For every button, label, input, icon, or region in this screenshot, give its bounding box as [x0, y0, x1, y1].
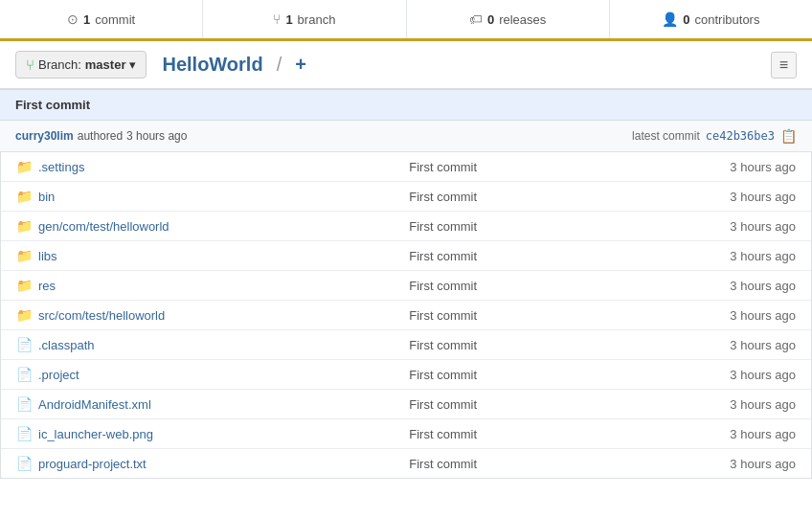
stats-releases[interactable]: 🏷 0 releases [407, 0, 610, 38]
file-cell-time: 3 hours ago [604, 241, 811, 271]
branch-selector[interactable]: ⑂ Branch: master ▾ [15, 51, 147, 79]
file-cell-time: 3 hours ago [604, 152, 811, 182]
file-link[interactable]: .settings [38, 160, 84, 174]
file-cell-message: First commit [394, 330, 604, 360]
folder-icon: 📁 [16, 278, 33, 293]
folder-icon: 📁 [16, 189, 33, 204]
file-cell-time: 3 hours ago [604, 449, 811, 479]
file-cell-message: First commit [394, 390, 604, 419]
file-cell-time: 3 hours ago [604, 271, 811, 301]
folder-icon: 📁 [16, 248, 33, 263]
file-cell-message: First commit [394, 301, 604, 330]
releases-label: releases [499, 12, 546, 27]
file-cell-message: First commit [394, 419, 604, 449]
copy-icon[interactable]: 📋 [780, 128, 797, 144]
stats-commits[interactable]: ⊙ 1 commit [0, 0, 203, 38]
file-link[interactable]: libs [38, 249, 57, 263]
file-cell-name: 📄 ic_launcher-web.png [1, 419, 394, 449]
file-cell-name: 📁 bin [1, 182, 394, 212]
file-link[interactable]: proguard-project.txt [38, 457, 147, 471]
file-link[interactable]: bin [38, 190, 55, 204]
branch-dropdown-icon: ▾ [129, 57, 136, 72]
grid-view-button[interactable]: ≡ [771, 52, 797, 79]
repo-title[interactable]: HelloWorld [162, 54, 262, 76]
commit-meta-left: curry30lim authored 3 hours ago [15, 129, 187, 143]
file-cell-name: 📁 .settings [1, 152, 394, 182]
table-row: 📄 .project First commit 3 hours ago [1, 360, 811, 390]
commit-hash[interactable]: ce42b36be3 [706, 129, 775, 143]
folder-icon: 📁 [16, 159, 33, 174]
file-table: 📁 .settings First commit 3 hours ago 📁 b… [1, 152, 811, 478]
commit-title: First commit [15, 98, 90, 112]
commits-label: commit [95, 12, 135, 27]
file-cell-name: 📁 src/com/test/helloworld [1, 301, 394, 330]
file-cell-message: First commit [394, 182, 604, 212]
commit-meta-bar: curry30lim authored 3 hours ago latest c… [0, 121, 812, 152]
table-row: 📁 res First commit 3 hours ago [1, 271, 811, 301]
file-link[interactable]: src/com/test/helloworld [38, 308, 165, 323]
file-cell-name: 📁 res [1, 271, 394, 301]
table-row: 📁 gen/com/test/helloworld First commit 3… [1, 212, 811, 241]
file-cell-name: 📁 gen/com/test/helloworld [1, 212, 394, 241]
file-link[interactable]: .project [38, 368, 79, 382]
file-icon: 📄 [16, 426, 33, 441]
table-row: 📄 ic_launcher-web.png First commit 3 hou… [1, 419, 811, 449]
file-link[interactable]: gen/com/test/helloworld [38, 219, 169, 234]
file-cell-time: 3 hours ago [604, 390, 811, 419]
file-cell-message: First commit [394, 241, 604, 271]
folder-icon: 📁 [16, 218, 33, 234]
branch-name: master [85, 57, 126, 72]
releases-count: 0 [487, 12, 494, 27]
table-row: 📁 src/com/test/helloworld First commit 3… [1, 301, 811, 330]
file-cell-name: 📄 .project [1, 360, 394, 390]
file-cell-time: 3 hours ago [604, 212, 811, 241]
commit-header: First commit [0, 89, 812, 121]
file-link[interactable]: AndroidManifest.xml [38, 397, 151, 412]
table-row: 📁 libs First commit 3 hours ago [1, 241, 811, 271]
file-cell-time: 3 hours ago [604, 419, 811, 449]
file-icon: 📄 [16, 456, 33, 471]
stats-bar: ⊙ 1 commit ⑂ 1 branch 🏷 0 releases 👤 0 c… [0, 0, 812, 41]
branches-count: 1 [285, 12, 292, 27]
file-link[interactable]: ic_launcher-web.png [38, 427, 153, 441]
branch-label: Branch: [38, 57, 81, 72]
branch-icon: ⑂ [26, 56, 34, 73]
contributors-count: 0 [683, 12, 689, 27]
file-cell-name: 📄 AndroidManifest.xml [1, 390, 394, 419]
commit-action: authored [78, 129, 123, 143]
file-icon: 📄 [16, 337, 33, 352]
stats-branches[interactable]: ⑂ 1 branch [203, 0, 406, 38]
file-cell-time: 3 hours ago [604, 182, 811, 212]
file-cell-message: First commit [394, 212, 604, 241]
branches-icon: ⑂ [273, 11, 281, 27]
commit-meta-right: latest commit ce42b36be3 📋 [632, 128, 797, 144]
file-icon: 📄 [16, 367, 33, 382]
contributors-label: contributors [695, 12, 760, 27]
releases-icon: 🏷 [469, 11, 483, 27]
file-cell-name: 📁 libs [1, 241, 394, 271]
table-row: 📄 .classpath First commit 3 hours ago [1, 330, 811, 360]
file-link[interactable]: .classpath [38, 338, 95, 352]
table-row: 📁 bin First commit 3 hours ago [1, 182, 811, 212]
file-cell-time: 3 hours ago [604, 330, 811, 360]
file-cell-message: First commit [394, 152, 604, 182]
file-table-wrapper: 📁 .settings First commit 3 hours ago 📁 b… [0, 152, 812, 479]
file-link[interactable]: res [38, 279, 56, 293]
commits-count: 1 [83, 12, 90, 27]
commit-author[interactable]: curry30lim [15, 129, 74, 143]
table-row: 📁 .settings First commit 3 hours ago [1, 152, 811, 182]
file-cell-name: 📄 proguard-project.txt [1, 449, 394, 479]
commit-time: 3 hours ago [126, 129, 187, 143]
file-cell-time: 3 hours ago [604, 360, 811, 390]
file-cell-message: First commit [394, 449, 604, 479]
repo-add-button[interactable]: + [295, 54, 306, 76]
table-row: 📄 AndroidManifest.xml First commit 3 hou… [1, 390, 811, 419]
stats-contributors[interactable]: 👤 0 contributors [610, 0, 812, 38]
table-row: 📄 proguard-project.txt First commit 3 ho… [1, 449, 811, 479]
file-cell-time: 3 hours ago [604, 301, 811, 330]
page-wrapper: ⊙ 1 commit ⑂ 1 branch 🏷 0 releases 👤 0 c… [0, 0, 812, 518]
file-icon: 📄 [16, 396, 33, 412]
branches-label: branch [298, 12, 336, 27]
repo-separator: / [277, 54, 282, 76]
file-cell-message: First commit [394, 360, 604, 390]
